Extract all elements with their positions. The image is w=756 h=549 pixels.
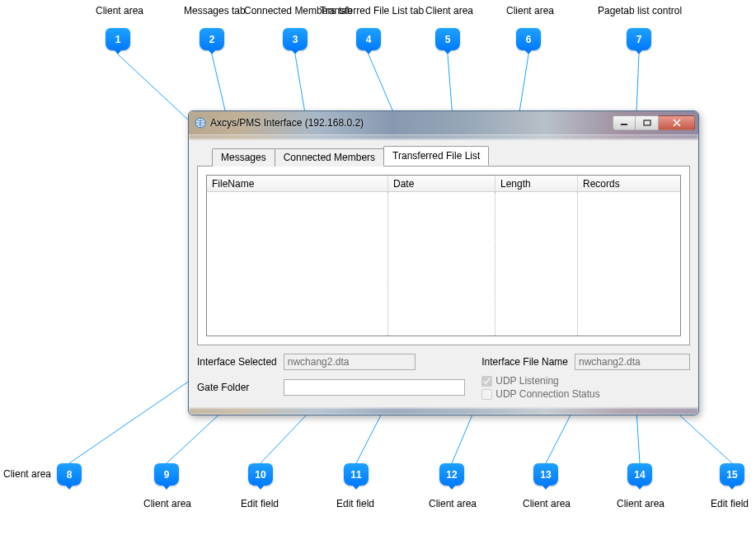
udp-connection-status-input[interactable] xyxy=(481,389,492,400)
minimize-button[interactable] xyxy=(613,115,636,130)
client-area: Messages Connected Members Transferred F… xyxy=(189,139,698,408)
udp-listening-label: UDP Listening xyxy=(495,375,559,387)
callout-badge-13: 13 xyxy=(533,463,558,486)
callout-badge-7: 7 xyxy=(627,28,651,50)
svg-rect-17 xyxy=(644,120,650,125)
callout-label-7: Pagetab list control xyxy=(598,5,682,16)
tab-transferred-file-list[interactable]: Transferred File List xyxy=(383,146,489,166)
maximize-button[interactable] xyxy=(636,115,659,130)
list-body xyxy=(207,192,680,336)
callout-label-15: Edit field xyxy=(711,498,749,509)
file-list-view[interactable]: FileName Date Length Records xyxy=(206,175,681,336)
udp-listening-input[interactable] xyxy=(481,376,492,387)
udp-connection-status-label: UDP Connection Status xyxy=(495,388,600,400)
titlebar[interactable]: Axcys/PMS Interface (192.168.0.2) xyxy=(189,111,698,134)
callout-badge-6: 6 xyxy=(516,28,541,50)
callout-badge-9: 9 xyxy=(154,463,179,486)
tab-messages[interactable]: Messages xyxy=(212,148,275,167)
callout-badge-14: 14 xyxy=(627,463,652,486)
svg-line-7 xyxy=(69,375,198,463)
window-title: Axcys/PMS Interface (192.168.0.2) xyxy=(210,117,613,129)
callout-label-9: Client area xyxy=(143,498,191,509)
callout-badge-11: 11 xyxy=(344,463,369,486)
list-header: FileName Date Length Records xyxy=(207,176,680,192)
callout-badge-4: 4 xyxy=(356,28,381,50)
callout-label-8: Client area xyxy=(3,468,51,480)
close-button[interactable] xyxy=(659,115,695,130)
callout-badge-10: 10 xyxy=(248,463,273,486)
app-window: Axcys/PMS Interface (192.168.0.2) Messag… xyxy=(188,110,699,415)
interface-selected-field[interactable] xyxy=(284,354,416,370)
callout-label-13: Client area xyxy=(523,498,571,509)
udp-connection-status-checkbox[interactable]: UDP Connection Status xyxy=(481,388,690,400)
gate-folder-field[interactable] xyxy=(284,379,465,396)
app-icon xyxy=(194,116,207,129)
callout-label-4: Transferred File List tab xyxy=(320,5,424,16)
callout-label-11: Edit field xyxy=(336,498,374,509)
callout-badge-1: 1 xyxy=(106,28,130,50)
udp-listening-checkbox[interactable]: UDP Listening xyxy=(481,375,690,387)
svg-line-0 xyxy=(118,54,188,120)
callout-badge-3: 3 xyxy=(283,28,308,50)
interface-file-name-field[interactable] xyxy=(575,354,690,370)
col-records[interactable]: Records xyxy=(578,176,680,191)
callout-label-12: Client area xyxy=(429,498,477,509)
col-length[interactable]: Length xyxy=(495,176,578,191)
callout-badge-2: 2 xyxy=(200,28,224,50)
label-gate-folder: Gate Folder xyxy=(197,382,277,393)
callout-label-10: Edit field xyxy=(241,498,279,509)
callout-label-14: Client area xyxy=(617,498,664,509)
callout-label-1: Client area xyxy=(96,5,143,16)
col-filename[interactable]: FileName xyxy=(207,176,388,191)
tab-connected-members[interactable]: Connected Members xyxy=(275,148,384,167)
tab-panel: FileName Date Length Records xyxy=(197,166,690,345)
col-date[interactable]: Date xyxy=(388,176,495,191)
callout-badge-8: 8 xyxy=(57,463,82,486)
tab-strip: Messages Connected Members Transferred F… xyxy=(212,146,690,166)
callout-label-6: Client area xyxy=(506,5,554,16)
label-interface-selected: Interface Selected xyxy=(197,356,277,368)
callout-badge-5: 5 xyxy=(435,28,460,50)
callout-badge-15: 15 xyxy=(720,463,744,486)
label-interface-file-name: Interface File Name xyxy=(481,356,568,368)
callout-label-2: Messages tab xyxy=(184,5,246,16)
svg-line-13 xyxy=(636,411,640,463)
callout-badge-12: 12 xyxy=(439,463,464,486)
callout-label-5: Client area xyxy=(425,5,473,16)
